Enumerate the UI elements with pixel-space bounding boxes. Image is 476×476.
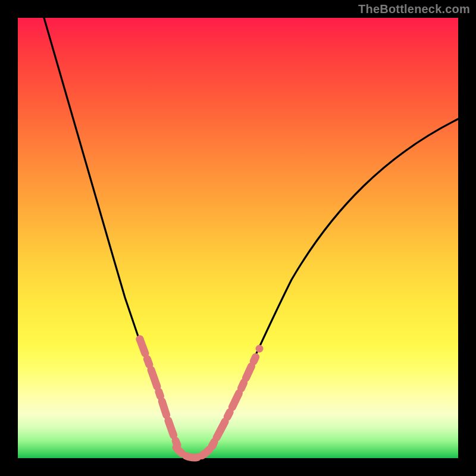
highlight-dot: [256, 345, 264, 353]
highlight-bottom: [176, 445, 213, 458]
watermark-text: TheBottleneck.com: [358, 2, 470, 16]
chart-frame: TheBottleneck.com: [0, 0, 476, 476]
bottleneck-curve: [44, 18, 458, 458]
highlight-right: [212, 349, 259, 446]
highlight-left: [140, 339, 177, 445]
highlight-dot: [150, 372, 157, 380]
chart-svg: [18, 18, 458, 458]
highlight-dot: [136, 336, 144, 343]
highlight-dot: [240, 378, 248, 386]
